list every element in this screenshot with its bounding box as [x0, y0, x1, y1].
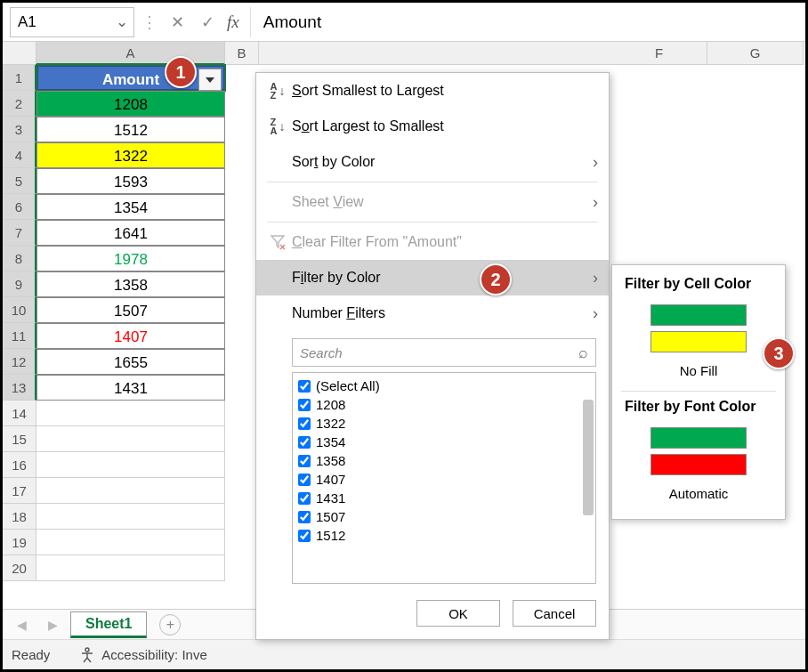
data-cell[interactable] [36, 504, 225, 530]
filter-item[interactable]: 1322 [298, 414, 590, 433]
row-header[interactable]: 3 [3, 117, 36, 142]
font-color-red[interactable] [650, 454, 747, 475]
checkbox[interactable] [298, 417, 311, 430]
data-cell[interactable]: 1407 [36, 323, 225, 349]
svg-point-0 [85, 648, 89, 652]
cell-color-yellow[interactable] [650, 331, 747, 352]
checkbox[interactable] [298, 399, 311, 411]
row-header[interactable]: 8 [3, 246, 36, 271]
filter-by-color-submenu: Filter by Cell Color No Fill Filter by F… [611, 264, 786, 520]
data-cell[interactable] [36, 426, 225, 452]
checkbox[interactable] [298, 380, 311, 393]
font-color-green[interactable] [650, 427, 747, 449]
select-all-corner[interactable] [3, 42, 36, 65]
row-header[interactable]: 14 [3, 401, 36, 426]
data-cell[interactable] [36, 478, 225, 504]
sheet-tab-active[interactable]: Sheet1 [70, 611, 147, 638]
row-header[interactable]: 20 [3, 555, 36, 581]
data-cell[interactable]: 1431 [36, 375, 225, 401]
column-header-a[interactable]: A [36, 42, 225, 65]
automatic-option[interactable]: Automatic [612, 481, 785, 510]
row-header[interactable]: 11 [3, 323, 36, 349]
cancel-button[interactable]: Cancel [513, 600, 596, 627]
checkbox[interactable] [298, 455, 311, 467]
filter-dropdown-button[interactable] [198, 69, 222, 91]
callout-3: 3 [763, 337, 795, 369]
ok-button[interactable]: OK [416, 600, 500, 627]
row-header[interactable]: 9 [3, 271, 36, 297]
row-header[interactable]: 7 [3, 220, 36, 246]
add-sheet-button[interactable]: + [159, 614, 181, 636]
search-icon: ⌕ [578, 344, 588, 362]
chevron-down-icon[interactable]: ⌄ [116, 12, 128, 31]
filter-item[interactable]: 1431 [298, 489, 590, 507]
chevron-right-icon: › [593, 193, 598, 212]
data-cell[interactable] [36, 401, 225, 426]
row-header[interactable]: 6 [3, 194, 36, 220]
fx-icon[interactable]: fx [225, 12, 245, 32]
filter-values-list[interactable]: (Select All) 120813221354135814071431150… [292, 372, 596, 584]
filter-item[interactable]: 1407 [298, 470, 590, 489]
checkbox[interactable] [298, 492, 311, 505]
formula-input[interactable]: Amount [250, 7, 798, 37]
row-header[interactable]: 10 [3, 297, 36, 323]
data-cell[interactable]: 1512 [36, 117, 225, 142]
row-header[interactable]: 12 [3, 349, 36, 375]
row-header[interactable]: 16 [3, 452, 36, 478]
filter-item[interactable]: 1512 [298, 526, 590, 545]
filter-item[interactable]: 1208 [298, 395, 590, 414]
data-cell[interactable]: 1358 [36, 271, 225, 297]
row-header[interactable]: 15 [3, 426, 36, 452]
data-cell[interactable]: 1978 [36, 246, 225, 271]
filter-item[interactable]: 1354 [298, 433, 590, 451]
tab-nav-prev-icon[interactable]: ◀ [8, 618, 36, 632]
row-header[interactable]: 4 [3, 142, 36, 168]
accept-formula-icon[interactable]: ✓ [195, 10, 220, 35]
filter-item[interactable]: 1358 [298, 451, 590, 470]
row-header[interactable]: 2 [3, 91, 36, 117]
sheet-view: Sheet View › [256, 184, 609, 220]
row-header[interactable]: 5 [3, 168, 36, 194]
tab-nav-next-icon[interactable]: ▶ [39, 618, 67, 632]
data-cell[interactable]: 1655 [36, 349, 225, 375]
no-fill-option[interactable]: No Fill [612, 358, 785, 387]
cell-color-green[interactable] [650, 304, 747, 326]
data-cell[interactable]: 1507 [36, 297, 225, 323]
checkbox[interactable] [298, 530, 311, 542]
number-filters[interactable]: Number Filters › [256, 296, 609, 331]
filter-item[interactable]: 1507 [298, 507, 590, 526]
filter-search-input[interactable]: Search ⌕ [292, 338, 596, 367]
column-header-b[interactable]: B [225, 42, 259, 65]
chevron-right-icon: › [593, 269, 598, 287]
column-header-g[interactable]: G [707, 42, 804, 65]
data-cell[interactable]: 1354 [36, 194, 225, 220]
data-cell[interactable] [36, 555, 225, 581]
search-placeholder: Search [300, 345, 343, 360]
scrollbar-thumb[interactable] [583, 400, 594, 515]
row-header[interactable]: 18 [3, 504, 36, 530]
cancel-formula-icon[interactable]: ✕ [165, 10, 190, 35]
data-cell[interactable]: 1593 [36, 168, 225, 194]
data-cell[interactable]: 1208 [36, 91, 225, 117]
header-cell[interactable]: Amount [36, 65, 225, 91]
checkbox[interactable] [298, 474, 311, 486]
filter-item-select-all[interactable]: (Select All) [298, 376, 590, 395]
sort-by-color[interactable]: Sort by Color › [256, 144, 609, 180]
row-header[interactable]: 13 [3, 375, 36, 401]
status-bar: Ready Accessibility: Inve [3, 639, 805, 669]
sort-descending[interactable]: ZA↓ Sort Largest to Smallest [256, 109, 609, 144]
checkbox[interactable] [298, 436, 311, 449]
data-cell[interactable]: 1641 [36, 220, 225, 246]
data-cell[interactable] [36, 452, 225, 478]
row-header[interactable]: 17 [3, 478, 36, 504]
name-box[interactable]: A1 ⌄ [10, 7, 134, 37]
checkbox[interactable] [298, 511, 311, 523]
data-cell[interactable] [36, 530, 225, 555]
column-header-f[interactable]: F [611, 42, 707, 65]
row-header[interactable]: 1 [3, 65, 36, 91]
sort-ascending[interactable]: AZ↓ SSort Smallest to Largestort Smalles… [256, 73, 609, 109]
row-header[interactable]: 19 [3, 530, 36, 555]
data-cell[interactable]: 1322 [36, 142, 225, 168]
menu-button-row: OK Cancel [256, 591, 609, 639]
filter-by-color[interactable]: Filter by Color › [256, 260, 609, 296]
